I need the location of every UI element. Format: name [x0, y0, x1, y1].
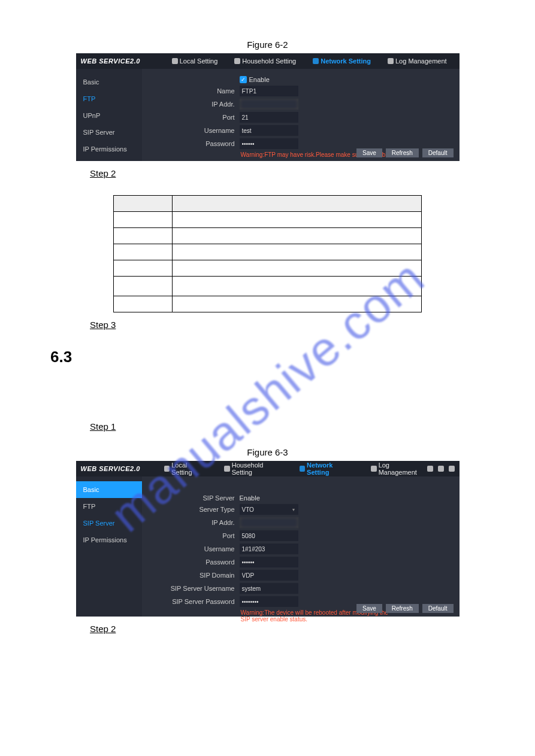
sidebar-item-sip[interactable]: SIP Server	[76, 124, 142, 141]
user-input[interactable]	[240, 125, 298, 136]
table-cell	[114, 296, 173, 312]
content-area: SIP Server Enable Server Type VTO IP Add…	[142, 476, 460, 617]
enable-label: Enable	[249, 76, 270, 83]
nav-network[interactable]: Network Setting	[313, 57, 371, 65]
sidebar-item-sip[interactable]: SIP Server	[76, 515, 142, 532]
nav-local-label: Local Setting	[180, 57, 218, 65]
button-row: Save Refresh Default	[356, 604, 454, 613]
pass-label: Password	[142, 558, 240, 566]
exit-icon[interactable]	[449, 466, 455, 472]
name-label: Name	[142, 87, 240, 95]
sidebar-item-basic[interactable]: Basic	[76, 74, 142, 90]
table-cell	[114, 228, 173, 244]
nav-household-label: Household Setting	[242, 57, 296, 65]
user-input[interactable]	[240, 544, 298, 554]
sidebar-item-ftp[interactable]: FTP	[76, 90, 142, 107]
nav-network-label: Network Setting	[321, 57, 371, 65]
nav-local[interactable]: Local Setting	[164, 462, 207, 476]
table-cell	[114, 212, 173, 228]
default-button[interactable]: Default	[422, 148, 454, 157]
servertype-select[interactable]: VTO	[240, 504, 298, 515]
table-cell	[173, 260, 422, 277]
gear-icon	[172, 58, 178, 64]
user-label: Username	[142, 545, 240, 552]
step2-label-b: Step 2	[90, 624, 535, 634]
table-cell	[173, 228, 422, 244]
table-cell	[173, 212, 422, 228]
save-button[interactable]: Save	[356, 148, 382, 157]
nav-log-label: Log Management	[379, 462, 427, 476]
pass-input[interactable]	[240, 557, 298, 567]
user-label: Username	[142, 127, 240, 134]
port-input[interactable]	[240, 112, 298, 123]
name-input[interactable]	[240, 86, 298, 96]
pass-label: Password	[142, 140, 240, 147]
servertype-value: VTO	[242, 506, 254, 513]
nav-household[interactable]: Household Setting	[234, 57, 296, 65]
table-cell	[173, 244, 422, 260]
nav-log[interactable]: Log Management	[371, 462, 427, 476]
list-icon	[234, 58, 240, 64]
ip-label: IP Addr.	[142, 519, 240, 526]
top-nav: Local Setting Household Setting Network …	[164, 57, 455, 65]
srvuser-label: SIP Server Username	[142, 585, 240, 592]
nav-household[interactable]: Household Setting	[224, 462, 282, 476]
list-icon	[224, 466, 229, 472]
sidebar-item-basic[interactable]: Basic	[76, 481, 142, 498]
table-cell	[173, 296, 422, 312]
sidebar: Basic FTP UPnP SIP Server IP Permissions	[76, 69, 142, 161]
figure-caption-1: Figure 6-2	[0, 40, 535, 50]
save-button[interactable]: Save	[356, 604, 382, 613]
logo: WEB SERVICE2.0	[81, 465, 140, 472]
pass-input[interactable]	[240, 138, 298, 149]
nav-log[interactable]: Log Management	[388, 57, 447, 65]
ip-label: IP Addr.	[142, 101, 240, 108]
button-row: Save Refresh Default	[356, 148, 454, 157]
refresh-button[interactable]: Refresh	[386, 604, 419, 613]
globe-icon	[300, 466, 305, 472]
table-cell	[114, 260, 173, 277]
nav-network-label: Network Setting	[307, 462, 354, 476]
nav-network[interactable]: Network Setting	[300, 462, 355, 476]
sidebar-item-upnp[interactable]: UPnP	[76, 107, 142, 124]
domain-input[interactable]	[240, 570, 298, 581]
globe-icon	[313, 58, 319, 64]
port-input[interactable]	[240, 530, 298, 541]
sidebar-item-ipperm[interactable]: IP Permissions	[76, 532, 142, 548]
logo: WEB SERVICE2.0	[81, 57, 140, 65]
srvpass-input[interactable]	[240, 596, 298, 607]
ip-input[interactable]	[240, 517, 298, 528]
port-label: Port	[142, 532, 240, 539]
nav-log-label: Log Management	[395, 57, 447, 65]
gear-icon	[164, 466, 170, 472]
user-icon[interactable]	[427, 466, 433, 472]
step1-label: Step 1	[90, 421, 535, 432]
domain-label: SIP Domain	[142, 572, 240, 579]
topbar: WEB SERVICE2.0 Local Setting Household S…	[76, 53, 460, 69]
table-cell	[114, 277, 173, 296]
table-cell	[114, 244, 173, 260]
screenshot-ftp: WEB SERVICE2.0 Local Setting Household S…	[76, 53, 460, 161]
sipserver-label: SIP Server	[142, 494, 240, 502]
content-area: ✓ Enable Name IP Addr. Port Username	[142, 69, 460, 161]
enable-checkbox[interactable]: ✓	[240, 76, 247, 83]
log-icon	[371, 466, 376, 472]
port-label: Port	[142, 114, 240, 121]
sidebar: Basic FTP SIP Server IP Permissions	[76, 476, 142, 617]
default-button[interactable]: Default	[422, 604, 454, 613]
home-icon[interactable]	[438, 466, 444, 472]
ip-input[interactable]	[240, 99, 298, 110]
step2-label-a: Step 2	[90, 168, 535, 178]
parameter-table	[113, 195, 422, 312]
topbar-right	[427, 466, 455, 472]
table-header-2	[173, 196, 422, 212]
step3-label: Step 3	[90, 320, 535, 330]
topbar: WEB SERVICE2.0 Local Setting Household S…	[76, 461, 460, 476]
nav-local[interactable]: Local Setting	[172, 57, 218, 65]
sidebar-item-ipperm[interactable]: IP Permissions	[76, 141, 142, 157]
nav-household-label: Household Setting	[232, 462, 283, 476]
srvuser-input[interactable]	[240, 583, 298, 594]
sidebar-item-ftp[interactable]: FTP	[76, 498, 142, 515]
refresh-button[interactable]: Refresh	[386, 148, 419, 157]
enable-label: Enable	[240, 494, 260, 502]
